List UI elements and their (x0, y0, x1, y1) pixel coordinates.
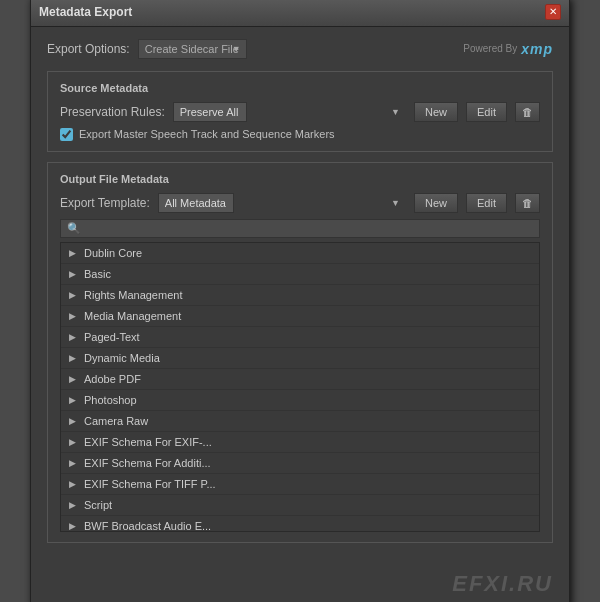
template-delete-button[interactable]: 🗑 (515, 193, 540, 213)
list-item[interactable]: ▶Camera Raw (61, 411, 539, 432)
dialog-body: Export Options: Create Sidecar File Powe… (31, 27, 569, 565)
preservation-rules-select[interactable]: Preserve All (173, 102, 247, 122)
checkbox-label: Export Master Speech Track and Sequence … (79, 128, 335, 140)
list-item[interactable]: ▶Basic (61, 264, 539, 285)
source-metadata-section: Source Metadata Preservation Rules: Pres… (47, 71, 553, 152)
export-options-left: Export Options: Create Sidecar File (47, 39, 247, 59)
export-checkbox[interactable] (60, 128, 73, 141)
list-item[interactable]: ▶Photoshop (61, 390, 539, 411)
export-options-select[interactable]: Create Sidecar File (138, 39, 247, 59)
list-item[interactable]: ▶EXIF Schema For TIFF P... (61, 474, 539, 495)
chevron-right-icon: ▶ (69, 248, 76, 258)
template-edit-button[interactable]: Edit (466, 193, 507, 213)
dialog-title: Metadata Export (39, 5, 132, 19)
search-input[interactable] (85, 222, 533, 234)
list-item[interactable]: ▶Paged-Text (61, 327, 539, 348)
metadata-list: ▶Dublin Core▶Basic▶Rights Management▶Med… (60, 242, 540, 532)
export-options-label: Export Options: (47, 42, 130, 56)
source-metadata-title: Source Metadata (60, 82, 540, 94)
output-metadata-title: Output File Metadata (60, 173, 540, 185)
preservation-delete-button[interactable]: 🗑 (515, 102, 540, 122)
list-item[interactable]: ▶Adobe PDF (61, 369, 539, 390)
export-template-row: Export Template: All Metadata New Edit 🗑 (60, 193, 540, 213)
preservation-rules-label: Preservation Rules: (60, 105, 165, 119)
chevron-right-icon: ▶ (69, 521, 76, 531)
template-select-container: All Metadata (158, 193, 406, 213)
watermark: EFXI.RU (31, 565, 569, 603)
title-bar: Metadata Export ✕ (31, 0, 569, 27)
chevron-right-icon: ▶ (69, 458, 76, 468)
template-new-button[interactable]: New (414, 193, 458, 213)
export-options-select-container: Create Sidecar File (138, 39, 247, 59)
list-item[interactable]: ▶Script (61, 495, 539, 516)
xmp-text: xmp (521, 41, 553, 57)
chevron-right-icon: ▶ (69, 353, 76, 363)
list-item[interactable]: ▶Media Management (61, 306, 539, 327)
list-item[interactable]: ▶EXIF Schema For EXIF-... (61, 432, 539, 453)
chevron-right-icon: ▶ (69, 311, 76, 321)
powered-by-text: Powered By (463, 43, 517, 54)
list-item[interactable]: ▶EXIF Schema For Additi... (61, 453, 539, 474)
list-item[interactable]: ▶BWF Broadcast Audio E... (61, 516, 539, 532)
chevron-right-icon: ▶ (69, 437, 76, 447)
preservation-select-container: Preserve All (173, 102, 406, 122)
checkbox-row: Export Master Speech Track and Sequence … (60, 128, 540, 141)
chevron-right-icon: ▶ (69, 395, 76, 405)
list-item[interactable]: ▶Dynamic Media (61, 348, 539, 369)
preservation-edit-button[interactable]: Edit (466, 102, 507, 122)
output-metadata-section: Output File Metadata Export Template: Al… (47, 162, 553, 543)
chevron-right-icon: ▶ (69, 500, 76, 510)
close-button[interactable]: ✕ (545, 4, 561, 20)
xmp-logo: Powered By xmp (463, 41, 553, 57)
export-template-label: Export Template: (60, 196, 150, 210)
preservation-rules-row: Preservation Rules: Preserve All New Edi… (60, 102, 540, 122)
chevron-right-icon: ▶ (69, 479, 76, 489)
chevron-right-icon: ▶ (69, 269, 76, 279)
list-item[interactable]: ▶Dublin Core (61, 243, 539, 264)
list-item[interactable]: ▶Rights Management (61, 285, 539, 306)
search-row: 🔍 (60, 219, 540, 238)
export-options-row: Export Options: Create Sidecar File Powe… (47, 39, 553, 59)
preservation-new-button[interactable]: New (414, 102, 458, 122)
chevron-right-icon: ▶ (69, 374, 76, 384)
chevron-right-icon: ▶ (69, 332, 76, 342)
chevron-right-icon: ▶ (69, 416, 76, 426)
export-template-select[interactable]: All Metadata (158, 193, 234, 213)
chevron-right-icon: ▶ (69, 290, 76, 300)
search-icon: 🔍 (67, 222, 81, 235)
